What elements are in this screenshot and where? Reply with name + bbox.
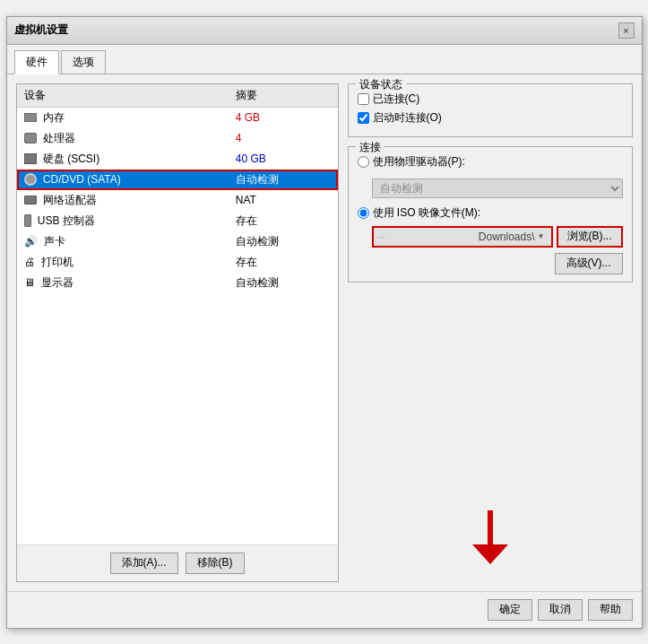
tab-options[interactable]: 选项 [61,50,106,74]
device-name-disk: 硬盘 (SCSI) [17,149,229,170]
sound-icon: 🔊 [24,235,38,248]
device-summary-memory: 4 GB [229,107,338,128]
physical-drive-select[interactable]: 自动检测 [372,178,623,198]
virtual-machine-settings-window: 虚拟机设置 × 硬件 选项 设备 摘要 [6,16,643,629]
browse-button[interactable]: 浏览(B)... [557,226,623,248]
device-summary-cd: 自动检测 [229,170,338,190]
table-row[interactable]: 内存 4 GB [17,107,338,128]
main-content: 设备 摘要 内存 4 GB [7,74,642,591]
device-table: 设备 摘要 内存 4 GB [17,84,338,293]
device-name-usb: USB 控制器 [17,211,229,231]
network-icon [24,196,37,205]
add-device-button[interactable]: 添加(A)... [110,553,178,574]
device-name-network: 网络适配器 [17,190,229,211]
col-summary: 摘要 [229,84,338,108]
window-title: 虚拟机设置 [14,22,68,38]
startup-connect-checkbox-row: 启动时连接(O) [358,110,623,126]
device-name-cd: CD/DVD (SATA) [17,170,229,190]
iso-radio[interactable] [358,207,369,219]
advanced-button[interactable]: 高级(V)... [555,253,623,274]
remove-device-button[interactable]: 移除(B) [186,553,245,574]
iso-radio-row: 使用 ISO 映像文件(M): [358,205,623,221]
help-button[interactable]: 帮助 [588,599,633,621]
iso-path-row: ··· Downloads\ ▼ 浏览(B)... [372,226,623,248]
table-row[interactable]: 🖨 打印机 存在 [17,252,338,273]
close-button[interactable]: × [618,22,635,39]
device-name-cpu: 处理器 [17,128,229,149]
table-row[interactable]: 处理器 4 [17,128,338,149]
arrow-container [348,292,633,582]
left-panel-buttons: 添加(A)... 移除(B) [17,544,338,581]
physical-radio[interactable] [358,156,369,168]
device-status-group: 设备状态 已连接(C) 启动时连接(O) [348,83,633,137]
right-panel: 设备状态 已连接(C) 启动时连接(O) 连接 使用物理驱动器(P): [348,83,633,582]
tabs-bar: 硬件 选项 [7,45,642,74]
device-name-display: 🖥 显示器 [17,273,229,293]
startup-connect-checkbox[interactable] [358,112,369,124]
table-row[interactable]: 🔊 声卡 自动检测 [17,231,338,252]
device-status-label: 设备状态 [356,77,406,92]
table-row-cd-dvd[interactable]: CD/DVD (SATA) 自动检测 [17,170,338,190]
table-row[interactable]: USB 控制器 存在 [17,211,338,231]
device-summary-printer: 存在 [229,252,338,273]
confirm-button[interactable]: 确定 [488,599,532,621]
table-row[interactable]: 网络适配器 NAT [17,190,338,211]
startup-connect-label: 启动时连接(O) [373,110,442,126]
connection-group: 连接 使用物理驱动器(P): 自动检测 使用 ISO 映像文件(M): [348,146,633,283]
connected-checkbox-row: 已连接(C) [358,91,623,107]
cancel-button[interactable]: 取消 [538,599,583,621]
iso-path-input[interactable]: ··· Downloads\ ▼ [372,226,553,248]
connection-group-label: 连接 [356,140,384,155]
device-name-memory: 内存 [17,107,229,128]
connected-checkbox[interactable] [358,93,369,105]
physical-radio-row: 使用物理驱动器(P): [358,154,623,170]
down-arrow-icon [472,300,508,582]
printer-icon: 🖨 [24,256,35,268]
device-summary-display: 自动检测 [229,273,338,293]
col-device: 设备 [17,84,229,108]
tab-hardware[interactable]: 硬件 [14,50,59,74]
device-name-printer: 🖨 打印机 [17,252,229,273]
device-summary-sound: 自动检测 [229,231,338,252]
advanced-row: 高级(V)... [358,253,623,274]
iso-radio-label: 使用 ISO 映像文件(M): [373,205,481,221]
table-row[interactable]: 🖥 显示器 自动检测 [17,273,338,293]
disk-icon [24,153,37,164]
cpu-icon [24,133,37,144]
table-row[interactable]: 硬盘 (SCSI) 40 GB [17,149,338,170]
memory-icon [24,113,37,122]
red-arrow-svg [472,510,508,564]
bottom-buttons: 确定 取消 帮助 [7,591,642,628]
device-list-panel: 设备 摘要 内存 4 GB [16,83,339,582]
usb-icon [24,214,31,227]
iso-path-text: ··· [377,231,479,242]
display-icon: 🖥 [24,276,35,289]
connected-label: 已连接(C) [373,91,420,107]
device-summary-disk: 40 GB [229,149,338,170]
iso-dropdown-arrow-icon[interactable]: ▼ [535,228,548,246]
device-name-sound: 🔊 声卡 [17,231,229,252]
svg-marker-1 [472,544,508,564]
device-summary-usb: 存在 [229,211,338,231]
physical-radio-label: 使用物理驱动器(P): [373,154,465,170]
title-bar: 虚拟机设置 × [7,17,642,45]
device-summary-cpu: 4 [229,128,338,149]
iso-path-value: Downloads\ [479,231,535,243]
device-summary-network: NAT [229,190,338,211]
cd-icon [24,173,37,186]
